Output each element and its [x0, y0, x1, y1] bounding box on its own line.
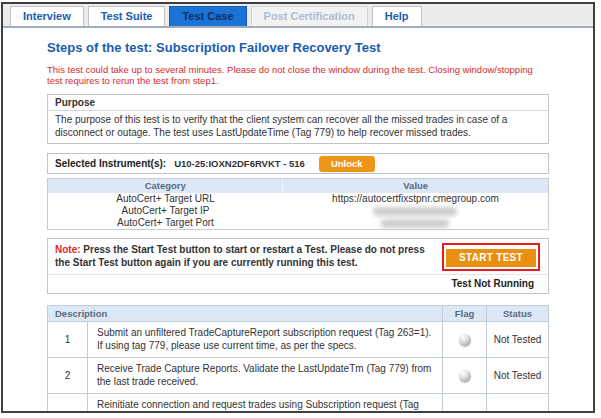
redacted-value-blur [381, 219, 449, 228]
start-test-button[interactable]: START TEST [446, 249, 536, 267]
redacted-value-blur [373, 207, 457, 216]
step-description: Reinitiate connection and request trades… [88, 394, 443, 414]
steps-header-flag: Flag [443, 306, 487, 322]
tab-test-case[interactable]: Test Case [169, 6, 246, 26]
unlock-button[interactable]: Unlock [319, 156, 375, 172]
main-content: Steps of the test: Subscription Failover… [3, 40, 593, 413]
flag-status-icon [459, 370, 471, 382]
step-number: 1 [48, 322, 88, 358]
tab-post-certification: Post Certification [251, 6, 368, 26]
steps-header-status: Status [487, 306, 549, 322]
tab-test-suite[interactable]: Test Suite [88, 6, 166, 26]
table-row: AutoCert+ Target IP [48, 205, 549, 217]
selected-instrument-value: U10-25:IOXN2DF6RVKT - 516 [174, 158, 305, 169]
flag-status-icon [459, 334, 471, 346]
config-value: https://autocertfixstpnr.cmegroup.com [283, 193, 549, 205]
table-row: AutoCert+ Target Port [48, 217, 549, 230]
note-body: Press the Start Test button to start or … [55, 244, 425, 268]
step-status: Not Tested [487, 394, 549, 414]
steps-table: Description Flag Status 1 Submit an unfi… [47, 305, 549, 413]
config-value-redacted [283, 217, 549, 230]
config-category: AutoCert+ Target URL [48, 193, 283, 205]
step-flag-cell [443, 394, 487, 414]
step-status: Not Tested [487, 322, 549, 358]
note-label: Note: [55, 244, 81, 255]
purpose-box: Purpose The purpose of this test is to v… [47, 94, 549, 144]
config-table-header-row: Category Value [48, 179, 549, 194]
tab-interview[interactable]: Interview [10, 6, 84, 26]
warning-text: This test could take up to several minut… [47, 64, 549, 86]
step-number: 3 [48, 394, 88, 414]
step-flag-cell [443, 322, 487, 358]
config-category: AutoCert+ Target IP [48, 205, 283, 217]
steps-header-row: Description Flag Status [48, 306, 549, 322]
selected-instrument-box: Selected Instrument(s): U10-25:IOXN2DF6R… [47, 153, 549, 174]
note-text: Note: Press the Start Test button to sta… [48, 239, 442, 274]
config-value-redacted [283, 205, 549, 217]
config-category: AutoCert+ Target Port [48, 217, 283, 230]
table-row: 2 Receive Trade Capture Reports. Validat… [48, 358, 549, 394]
note-box: Note: Press the Start Test button to sta… [47, 238, 549, 294]
page-title: Steps of the test: Subscription Failover… [47, 40, 549, 55]
table-row: 1 Submit an unfiltered TradeCaptureRepor… [48, 322, 549, 358]
start-test-highlight: START TEST [442, 243, 540, 271]
table-row: 3 Reinitiate connection and request trad… [48, 394, 549, 414]
step-description: Submit an unfiltered TradeCaptureReport … [88, 322, 443, 358]
purpose-heading: Purpose [48, 95, 548, 111]
table-row: AutoCert+ Target URL https://autocertfix… [48, 193, 549, 205]
step-number: 2 [48, 358, 88, 394]
tab-bar: Interview Test Suite Test Case Post Cert… [3, 4, 593, 28]
config-table: Category Value AutoCert+ Target URL http… [47, 178, 549, 230]
note-row: Note: Press the Start Test button to sta… [48, 239, 548, 275]
step-status: Not Tested [487, 358, 549, 394]
selected-instrument-label: Selected Instrument(s): [55, 158, 166, 169]
run-status-text: Test Not Running [48, 275, 548, 293]
config-header-category: Category [48, 179, 283, 194]
step-flag-cell [443, 358, 487, 394]
app-window: Interview Test Suite Test Case Post Cert… [1, 2, 595, 413]
purpose-body: The purpose of this test is to verify th… [48, 111, 548, 143]
config-header-value: Value [283, 179, 549, 194]
flag-status-icon [459, 412, 471, 413]
tab-help[interactable]: Help [372, 6, 422, 26]
steps-header-description: Description [48, 306, 443, 322]
step-description: Receive Trade Capture Reports. Validate … [88, 358, 443, 394]
